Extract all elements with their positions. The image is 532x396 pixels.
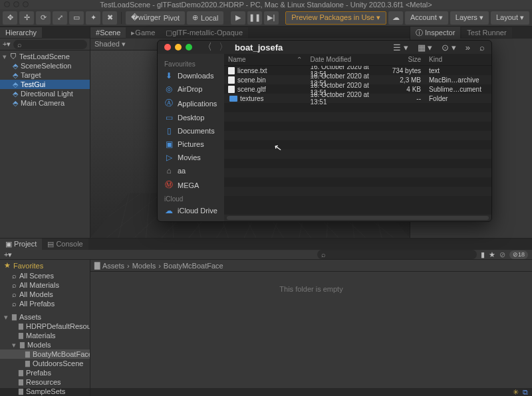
file-icon: [228, 67, 235, 74]
hierarchy-tab[interactable]: Hierarchy: [0, 27, 42, 38]
create-dropdown[interactable]: +▾: [3, 40, 11, 49]
pause-button[interactable]: ❚❚: [247, 11, 262, 25]
scene-root[interactable]: ▾⛉ TestLoadScene: [0, 52, 90, 61]
inspector-tab[interactable]: ⓘ Inspector: [410, 27, 460, 39]
pivot-toggle[interactable]: �würgerPivot: [126, 11, 185, 25]
sidebar-aa[interactable]: ⌂aa: [158, 164, 224, 177]
finder-file-row[interactable]: ›textures 16. October 2020 at 13:51 -- F…: [224, 94, 491, 103]
status-icon: ⧉: [523, 388, 528, 397]
asset-folder[interactable]: ▇ Materials: [0, 331, 90, 340]
sidebar-movies[interactable]: ▷Movies: [158, 151, 224, 164]
sidebar-downloads[interactable]: ⬇Downloads: [158, 69, 224, 82]
sidebar-airdrop[interactable]: ◎AirDrop: [158, 82, 224, 96]
scale-tool[interactable]: ⤢: [53, 11, 67, 25]
custom-tool[interactable]: ✖: [102, 11, 117, 25]
hand-tool[interactable]: ✥: [3, 11, 17, 25]
fav-item[interactable]: ⌕ All Materials: [0, 280, 90, 290]
hierarchy-item[interactable]: ⬘Target: [0, 70, 90, 80]
sidebar-pictures[interactable]: ▣Pictures: [158, 138, 224, 151]
unity-toolbar: ✥ ✢ ⟳ ⤢ ▭ ✦ ✖ �würgerPivot ⊕Local ▶ ❚❚ ▶…: [0, 9, 532, 27]
scene-tab[interactable]: #Scene: [90, 27, 126, 38]
asset-folder-selected[interactable]: ▇ BoatyMcBoatFace: [0, 349, 90, 359]
favorite-icon[interactable]: ★: [489, 250, 495, 259]
play-button[interactable]: ▶: [231, 11, 245, 25]
more-icon[interactable]: »: [466, 43, 470, 52]
macos-titlebar: TestLoadScene - glTFastDemo2020.2HDRP - …: [0, 0, 532, 9]
finder-title: boat_josefa: [235, 43, 283, 52]
sidebar-category: Favourites: [158, 58, 224, 69]
account-dropdown[interactable]: Account ▾: [405, 11, 448, 25]
gltf-tab[interactable]: ▢glTF-metallic-Opaque: [160, 27, 248, 39]
view-group-icon[interactable]: ▦ ▾: [418, 43, 433, 52]
mouse-cursor: ↖: [273, 142, 283, 153]
asset-folder[interactable]: ▾▇ Models: [0, 340, 90, 349]
project-panel: ▣ Project ▤ Console +▾ ⌕ ▮ ★ ⊘ ⊘18 ★ Fav…: [0, 238, 532, 388]
step-button[interactable]: ▶|: [264, 11, 279, 25]
finder-window[interactable]: 〈 〉 boat_josefa ☰ ▾ ▦ ▾ ⊙ ▾ » ⌕ Favourit…: [157, 40, 492, 222]
asset-folder[interactable]: ▇ HDRPDefaultResources: [0, 322, 90, 331]
hierarchy-item[interactable]: ⬘TestGui: [0, 80, 90, 89]
finder-sidebar: Favourites ⬇Downloads ◎AirDrop ⒶApplicat…: [158, 54, 224, 221]
test-runner-tab[interactable]: Test Runner: [462, 27, 511, 38]
game-tab[interactable]: ▸Game: [126, 27, 160, 39]
asset-folder[interactable]: ▇ SampleSets: [0, 387, 90, 396]
favorites-header[interactable]: ★ Favorites: [0, 260, 90, 271]
status-icon: ✳: [513, 388, 519, 397]
assets-root[interactable]: ▾▇ Assets: [0, 312, 90, 322]
finder-traffic-lights[interactable]: [164, 44, 192, 50]
project-search[interactable]: ⌕: [317, 250, 477, 259]
move-tool[interactable]: ✢: [19, 11, 34, 25]
window-traffic-lights[interactable]: [4, 1, 29, 7]
sidebar-applications[interactable]: ⒶApplications: [158, 96, 224, 111]
hidden-icon[interactable]: ⊘: [499, 250, 505, 259]
project-tree: ★ Favorites ⌕ All Scenes ⌕ All Materials…: [0, 260, 90, 396]
rotate-tool[interactable]: ⟳: [36, 11, 51, 25]
rect-tool[interactable]: ▭: [69, 11, 84, 25]
asset-folder[interactable]: ▇ Prefabs: [0, 368, 90, 377]
empty-folder-label: This folder is empty: [90, 272, 532, 396]
local-toggle[interactable]: ⊕Local: [187, 11, 223, 25]
filter-icon[interactable]: ▮: [481, 250, 485, 259]
sidebar-documents[interactable]: ▯Documents: [158, 124, 224, 138]
file-icon: [228, 86, 235, 93]
hidden-count: ⊘18: [509, 250, 528, 259]
action-icon[interactable]: ⊙ ▾: [442, 43, 456, 52]
layout-dropdown[interactable]: Layout ▾: [491, 11, 529, 25]
fav-item[interactable]: ⌕ All Prefabs: [0, 299, 90, 308]
sidebar-icloud[interactable]: ☁iCloud Drive: [158, 204, 224, 217]
fav-item[interactable]: ⌕ All Scenes: [0, 271, 90, 280]
view-list-icon[interactable]: ☰ ▾: [393, 43, 408, 52]
hierarchy-search[interactable]: ⌕: [13, 40, 87, 49]
project-tab[interactable]: ▣ Project: [0, 239, 42, 250]
preview-packages-button[interactable]: Preview Packages in Use ▾: [285, 11, 386, 25]
asset-folder[interactable]: ▇ OutdoorsScene: [0, 359, 90, 368]
hierarchy-item[interactable]: ⬘SceneSelection: [0, 61, 90, 70]
sidebar-desktop[interactable]: ▭Desktop: [158, 111, 224, 124]
finder-file-list: Name ⌃ Date Modified Size Kind license.t…: [224, 54, 491, 221]
finder-columns-header[interactable]: Name ⌃ Date Modified Size Kind: [224, 54, 491, 66]
hierarchy-item[interactable]: ⬘Main Camera: [0, 98, 90, 108]
cloud-button[interactable]: ☁: [388, 11, 403, 25]
sidebar-mega[interactable]: ⓂMEGA: [158, 177, 224, 193]
transform-tool[interactable]: ✦: [86, 11, 100, 25]
file-icon: [228, 76, 235, 84]
project-create-dropdown[interactable]: +▾: [4, 250, 12, 259]
search-icon[interactable]: ⌕: [479, 43, 485, 52]
finder-scrollbar[interactable]: [224, 215, 491, 221]
fav-item[interactable]: ⌕ All Models: [0, 290, 90, 299]
finder-forward[interactable]: 〉: [219, 41, 228, 53]
shading-mode-dropdown[interactable]: Shaded ▾: [94, 40, 126, 49]
hierarchy-item[interactable]: ⬘Directional Light: [0, 89, 90, 98]
sidebar-category: iCloud: [158, 193, 224, 204]
asset-folder[interactable]: ▇ Resources: [0, 377, 90, 387]
console-tab[interactable]: ▤ Console: [42, 239, 88, 250]
hierarchy-panel: Hierarchy +▾ ⌕ ▾⛉ TestLoadScene ⬘SceneSe…: [0, 27, 90, 238]
folder-icon: [229, 96, 237, 102]
project-breadcrumb[interactable]: ▇ Assets › Models › BoatyMcBoatFace: [90, 260, 532, 272]
window-title: TestLoadScene - glTFastDemo2020.2HDRP - …: [100, 1, 432, 9]
layers-dropdown[interactable]: Layers ▾: [450, 11, 489, 25]
finder-back[interactable]: 〈: [203, 41, 212, 53]
